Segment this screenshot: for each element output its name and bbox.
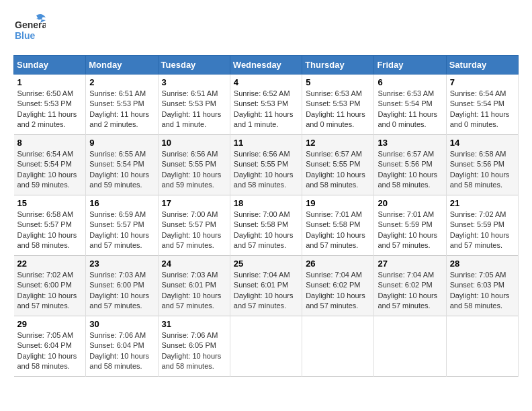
sunrise: Sunrise: 6:52 AM bbox=[234, 89, 290, 97]
day-cell: 11 Sunrise: 6:56 AM Sunset: 5:55 PM Dayl… bbox=[230, 135, 302, 195]
sunset: Sunset: 5:55 PM bbox=[162, 160, 216, 168]
daylight: Daylight: 10 hours and 57 minutes. bbox=[378, 291, 437, 310]
day-number: 25 bbox=[234, 259, 298, 269]
day-number: 17 bbox=[162, 198, 226, 208]
sunset: Sunset: 6:00 PM bbox=[17, 281, 72, 289]
day-cell: 27 Sunrise: 7:04 AM Sunset: 6:02 PM Dayl… bbox=[374, 256, 446, 316]
sunset: Sunset: 5:53 PM bbox=[89, 99, 144, 107]
daylight: Daylight: 10 hours and 57 minutes. bbox=[17, 291, 77, 310]
day-number: 6 bbox=[378, 77, 442, 87]
sunrise: Sunrise: 7:01 AM bbox=[378, 210, 434, 218]
day-number: 24 bbox=[162, 259, 226, 269]
daylight: Daylight: 10 hours and 58 minutes. bbox=[450, 291, 510, 310]
daylight: Daylight: 10 hours and 59 minutes. bbox=[17, 171, 77, 189]
day-info: Sunrise: 6:58 AM Sunset: 5:57 PM Dayligh… bbox=[17, 210, 83, 251]
sunrise: Sunrise: 7:00 AM bbox=[162, 210, 218, 218]
day-info: Sunrise: 7:06 AM Sunset: 6:04 PM Dayligh… bbox=[89, 330, 154, 372]
day-number: 20 bbox=[378, 198, 442, 208]
day-info: Sunrise: 7:04 AM Sunset: 6:02 PM Dayligh… bbox=[306, 270, 370, 312]
day-cell: 5 Sunrise: 6:53 AM Sunset: 5:53 PM Dayli… bbox=[302, 75, 374, 135]
day-number: 5 bbox=[306, 77, 370, 87]
sunrise: Sunrise: 7:04 AM bbox=[378, 271, 434, 279]
day-info: Sunrise: 7:00 AM Sunset: 5:58 PM Dayligh… bbox=[234, 210, 298, 251]
day-number: 3 bbox=[162, 77, 226, 87]
day-cell: 14 Sunrise: 6:58 AM Sunset: 5:56 PM Dayl… bbox=[446, 135, 518, 195]
sunrise: Sunrise: 6:53 AM bbox=[378, 89, 434, 97]
sunrise: Sunrise: 7:02 AM bbox=[450, 210, 506, 218]
day-number: 2 bbox=[89, 77, 154, 87]
sunset: Sunset: 5:57 PM bbox=[162, 220, 216, 228]
sunset: Sunset: 5:57 PM bbox=[89, 220, 144, 228]
day-number: 30 bbox=[89, 319, 154, 329]
sunrise: Sunrise: 6:56 AM bbox=[234, 150, 290, 158]
day-cell: 2 Sunrise: 6:51 AM Sunset: 5:53 PM Dayli… bbox=[86, 75, 158, 135]
calendar-table: SundayMondayTuesdayWednesdayThursdayFrid… bbox=[13, 55, 519, 377]
daylight: Daylight: 10 hours and 58 minutes. bbox=[17, 231, 77, 249]
daylight: Daylight: 10 hours and 57 minutes. bbox=[450, 231, 510, 249]
daylight: Daylight: 10 hours and 57 minutes. bbox=[306, 231, 365, 249]
sunset: Sunset: 5:54 PM bbox=[17, 160, 72, 168]
sunrise: Sunrise: 6:58 AM bbox=[17, 210, 74, 218]
sunset: Sunset: 5:53 PM bbox=[306, 99, 360, 107]
day-number: 8 bbox=[17, 138, 83, 148]
sunrise: Sunrise: 6:55 AM bbox=[89, 150, 146, 158]
sunrise: Sunrise: 7:06 AM bbox=[89, 331, 146, 339]
day-cell: 26 Sunrise: 7:04 AM Sunset: 6:02 PM Dayl… bbox=[302, 256, 374, 316]
sunrise: Sunrise: 6:51 AM bbox=[89, 89, 146, 97]
day-info: Sunrise: 7:03 AM Sunset: 6:00 PM Dayligh… bbox=[89, 270, 154, 312]
day-info: Sunrise: 6:57 AM Sunset: 5:55 PM Dayligh… bbox=[306, 149, 370, 191]
sunrise: Sunrise: 6:58 AM bbox=[450, 150, 506, 158]
sunset: Sunset: 6:04 PM bbox=[17, 341, 72, 349]
day-cell: 13 Sunrise: 6:57 AM Sunset: 5:56 PM Dayl… bbox=[374, 135, 446, 195]
sunset: Sunset: 6:02 PM bbox=[306, 281, 360, 289]
day-number: 22 bbox=[17, 259, 83, 269]
day-number: 12 bbox=[306, 138, 370, 148]
sunrise: Sunrise: 6:57 AM bbox=[306, 150, 362, 158]
daylight: Daylight: 11 hours and 0 minutes. bbox=[378, 110, 437, 128]
day-number: 13 bbox=[378, 138, 442, 148]
day-number: 28 bbox=[450, 259, 515, 269]
sunset: Sunset: 5:57 PM bbox=[17, 220, 72, 228]
sunset: Sunset: 5:54 PM bbox=[89, 160, 144, 168]
day-info: Sunrise: 6:59 AM Sunset: 5:57 PM Dayligh… bbox=[89, 210, 154, 251]
sunrise: Sunrise: 6:54 AM bbox=[17, 150, 74, 158]
sunset: Sunset: 5:55 PM bbox=[306, 160, 360, 168]
day-info: Sunrise: 6:51 AM Sunset: 5:53 PM Dayligh… bbox=[162, 89, 226, 130]
daylight: Daylight: 10 hours and 57 minutes. bbox=[162, 291, 222, 310]
day-info: Sunrise: 7:01 AM Sunset: 5:58 PM Dayligh… bbox=[306, 210, 370, 251]
sunset: Sunset: 5:59 PM bbox=[450, 220, 504, 228]
day-info: Sunrise: 7:02 AM Sunset: 6:00 PM Dayligh… bbox=[17, 270, 83, 312]
daylight: Daylight: 10 hours and 57 minutes. bbox=[162, 231, 222, 249]
sunset: Sunset: 6:01 PM bbox=[234, 281, 288, 289]
day-cell: 8 Sunrise: 6:54 AM Sunset: 5:54 PM Dayli… bbox=[14, 135, 86, 195]
header-col-wednesday: Wednesday bbox=[230, 56, 302, 75]
sunrise: Sunrise: 7:04 AM bbox=[234, 271, 290, 279]
day-number: 1 bbox=[17, 77, 83, 87]
day-cell: 10 Sunrise: 6:56 AM Sunset: 5:55 PM Dayl… bbox=[158, 135, 230, 195]
sunset: Sunset: 5:58 PM bbox=[234, 220, 288, 228]
day-number: 4 bbox=[234, 77, 298, 87]
day-cell: 25 Sunrise: 7:04 AM Sunset: 6:01 PM Dayl… bbox=[230, 256, 302, 316]
day-number: 14 bbox=[450, 138, 515, 148]
day-cell: 30 Sunrise: 7:06 AM Sunset: 6:04 PM Dayl… bbox=[86, 316, 158, 377]
daylight: Daylight: 10 hours and 57 minutes. bbox=[234, 291, 294, 310]
sunrise: Sunrise: 6:51 AM bbox=[162, 89, 218, 97]
day-number: 26 bbox=[306, 259, 370, 269]
day-cell bbox=[446, 316, 518, 377]
header-col-thursday: Thursday bbox=[302, 56, 374, 75]
daylight: Daylight: 11 hours and 2 minutes. bbox=[17, 110, 77, 128]
day-info: Sunrise: 6:53 AM Sunset: 5:54 PM Dayligh… bbox=[378, 89, 442, 130]
sunset: Sunset: 6:00 PM bbox=[89, 281, 144, 289]
header-col-tuesday: Tuesday bbox=[158, 56, 230, 75]
sunset: Sunset: 5:53 PM bbox=[162, 99, 216, 107]
week-row-5: 29 Sunrise: 7:05 AM Sunset: 6:04 PM Dayl… bbox=[14, 316, 519, 377]
day-info: Sunrise: 7:06 AM Sunset: 6:05 PM Dayligh… bbox=[162, 330, 226, 372]
week-row-1: 1 Sunrise: 6:50 AM Sunset: 5:53 PM Dayli… bbox=[14, 75, 519, 135]
header-col-saturday: Saturday bbox=[446, 56, 518, 75]
day-number: 29 bbox=[17, 319, 83, 329]
sunrise: Sunrise: 6:57 AM bbox=[378, 150, 434, 158]
sunrise: Sunrise: 7:05 AM bbox=[17, 331, 74, 339]
day-cell bbox=[230, 316, 302, 377]
sunrise: Sunrise: 7:02 AM bbox=[17, 271, 74, 279]
day-cell: 31 Sunrise: 7:06 AM Sunset: 6:05 PM Dayl… bbox=[158, 316, 230, 377]
